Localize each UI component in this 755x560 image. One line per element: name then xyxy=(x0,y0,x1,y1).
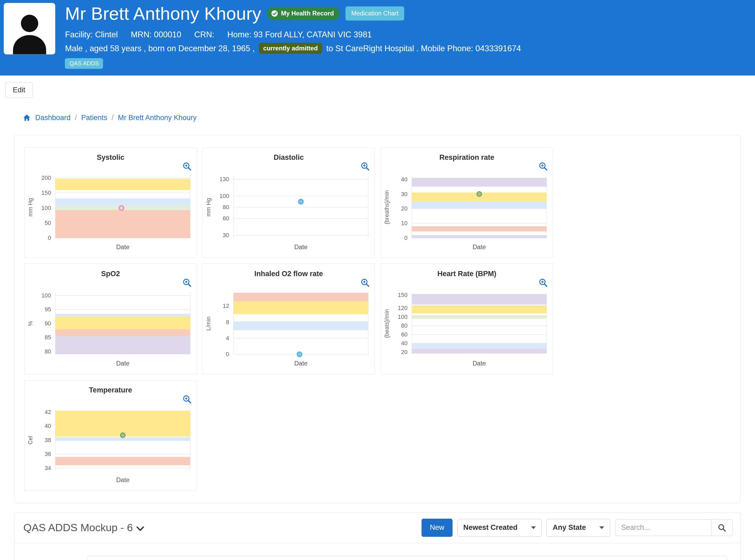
sort-select[interactable]: Newest Created xyxy=(457,519,542,536)
svg-text:10: 10 xyxy=(401,220,407,226)
state-select-value: Any State xyxy=(553,523,586,532)
chart-title: Temperature xyxy=(24,386,196,395)
admission-text: to St CareRight Hospital . Mobile Phone:… xyxy=(326,44,521,53)
zoom-in-icon[interactable] xyxy=(182,162,192,171)
check-circle-icon xyxy=(271,10,278,17)
home-address-label: Home: 93 Ford ALLY, CATANI VIC 3981 xyxy=(227,30,372,39)
qas-adds-section: QAS ADDS Mockup - 6 New Newest Created A… xyxy=(15,512,740,560)
svg-text:%: % xyxy=(27,321,34,326)
svg-text:Date: Date xyxy=(294,360,308,367)
vitals-charts-card: Systolic050100150200mm HgDateDiastolic30… xyxy=(15,135,740,503)
svg-text:Date: Date xyxy=(472,360,486,367)
svg-text:200: 200 xyxy=(41,175,51,181)
state-select[interactable]: Any State xyxy=(546,519,610,536)
svg-text:30: 30 xyxy=(401,191,407,197)
svg-text:4: 4 xyxy=(226,335,229,341)
search-button[interactable] xyxy=(712,519,733,536)
chart-respiration-rate: Respiration rate010203040{breaths}/minDa… xyxy=(381,147,553,258)
edit-button[interactable]: Edit xyxy=(5,82,33,98)
my-health-record-label: My Health Record xyxy=(281,10,334,17)
chart-temperature: Temperature3436384042CelDate xyxy=(24,380,197,491)
patient-header: Mr Brett Anthony Khoury My Health Record… xyxy=(0,0,755,76)
chart-canvas: 050100150200mm HgDate xyxy=(24,165,196,253)
svg-text:80: 80 xyxy=(44,348,51,355)
svg-text:Date: Date xyxy=(294,243,308,250)
chart-canvas: 80859095100%Date xyxy=(24,281,196,369)
chart-inhaled-o2-flow-rate: Inhaled O2 flow rate04812L/minDate xyxy=(202,264,375,374)
svg-text:Date: Date xyxy=(116,476,130,483)
section-body: 01:28 PM (+1030) 06/11/2024 Systolic: 10… xyxy=(15,543,740,560)
chart-diastolic: Diastolic306080100130mm HgDate xyxy=(202,147,375,258)
breadcrumb-patients[interactable]: Patients xyxy=(81,114,107,122)
chart-title: Diastolic xyxy=(202,154,374,162)
breadcrumb-separator: / xyxy=(112,114,114,122)
zoom-in-icon[interactable] xyxy=(539,278,548,287)
chart-canvas: 3436384042CelDate xyxy=(24,398,196,485)
new-button[interactable]: New xyxy=(422,519,452,537)
zoom-in-icon[interactable] xyxy=(182,278,192,287)
svg-text:80: 80 xyxy=(223,204,229,211)
page: Mr Brett Anthony Khoury My Health Record… xyxy=(0,0,755,560)
breadcrumb-current-patient[interactable]: Mr Brett Anthony Khoury xyxy=(118,114,197,122)
svg-text:20: 20 xyxy=(401,205,407,212)
svg-text:mm Hg: mm Hg xyxy=(27,198,34,217)
chart-canvas: 306080100130mm HgDate xyxy=(202,165,374,253)
svg-text:36: 36 xyxy=(44,451,51,457)
svg-text:100: 100 xyxy=(398,314,407,320)
svg-text:150: 150 xyxy=(41,189,51,196)
chart-title: Inhaled O2 flow rate xyxy=(202,270,374,278)
chart-title: Respiration rate xyxy=(381,154,553,162)
avatar xyxy=(4,3,55,55)
svg-text:60: 60 xyxy=(401,332,407,338)
svg-text:30: 30 xyxy=(223,232,229,239)
chart-canvas: 010203040{breaths}/minDate xyxy=(381,165,553,253)
svg-text:40: 40 xyxy=(44,423,51,429)
facility-label: Facility: Clintel xyxy=(65,30,118,39)
svg-text:Date: Date xyxy=(116,243,130,250)
breadcrumb-separator: / xyxy=(75,114,77,122)
search-input[interactable] xyxy=(615,519,712,536)
observation-record-row: 01:28 PM (+1030) 06/11/2024 Systolic: 10… xyxy=(87,556,727,560)
patient-identifiers: Facility: ClintelMRN: 000010CRN:Home: 93… xyxy=(65,30,521,39)
zoom-in-icon[interactable] xyxy=(361,278,370,287)
svg-text:95: 95 xyxy=(44,306,51,313)
sort-select-value: Newest Created xyxy=(463,523,517,532)
qas-adds-badge[interactable]: QAS ADDS xyxy=(65,58,103,69)
svg-text:130: 130 xyxy=(220,176,229,182)
search-icon xyxy=(718,523,726,532)
svg-text:20: 20 xyxy=(401,349,407,355)
chevron-down-icon[interactable] xyxy=(136,526,144,532)
svg-text:120: 120 xyxy=(398,305,407,312)
svg-text:0: 0 xyxy=(48,235,51,241)
demographics-text: Male , aged 58 years , born on December … xyxy=(65,44,255,53)
chart-title: Systolic xyxy=(24,154,196,162)
svg-text:40: 40 xyxy=(401,176,407,182)
svg-text:34: 34 xyxy=(44,465,51,472)
caret-down-icon xyxy=(599,526,604,529)
my-health-record-badge[interactable]: My Health Record xyxy=(267,7,340,20)
svg-text:42: 42 xyxy=(44,409,51,415)
zoom-in-icon[interactable] xyxy=(361,162,370,171)
zoom-in-icon[interactable] xyxy=(539,162,548,171)
caret-down-icon xyxy=(531,526,536,529)
chart-canvas: 04812L/minDate xyxy=(202,281,374,369)
svg-text:50: 50 xyxy=(44,220,51,226)
svg-text:100: 100 xyxy=(41,205,51,211)
medication-chart-badge[interactable]: Medication Chart xyxy=(346,6,404,20)
svg-text:Date: Date xyxy=(472,243,486,250)
svg-text:85: 85 xyxy=(44,334,51,341)
home-icon[interactable] xyxy=(23,114,31,122)
svg-text:{beats}/min: {beats}/min xyxy=(383,309,390,338)
chart-heart-rate: Heart Rate (BPM)20406080100120150{beats}… xyxy=(381,264,553,374)
svg-text:38: 38 xyxy=(44,437,51,443)
svg-text:12: 12 xyxy=(223,303,229,309)
svg-text:80: 80 xyxy=(401,323,407,329)
svg-text:mm Hg: mm Hg xyxy=(205,198,212,217)
svg-text:8: 8 xyxy=(226,319,229,325)
svg-text:60: 60 xyxy=(223,215,229,222)
search-group xyxy=(615,519,733,536)
breadcrumb-dashboard[interactable]: Dashboard xyxy=(35,114,71,122)
currently-admitted-badge: currently admitted xyxy=(259,43,322,54)
charts-grid: Systolic050100150200mm HgDateDiastolic30… xyxy=(24,147,731,491)
zoom-in-icon[interactable] xyxy=(182,395,192,404)
